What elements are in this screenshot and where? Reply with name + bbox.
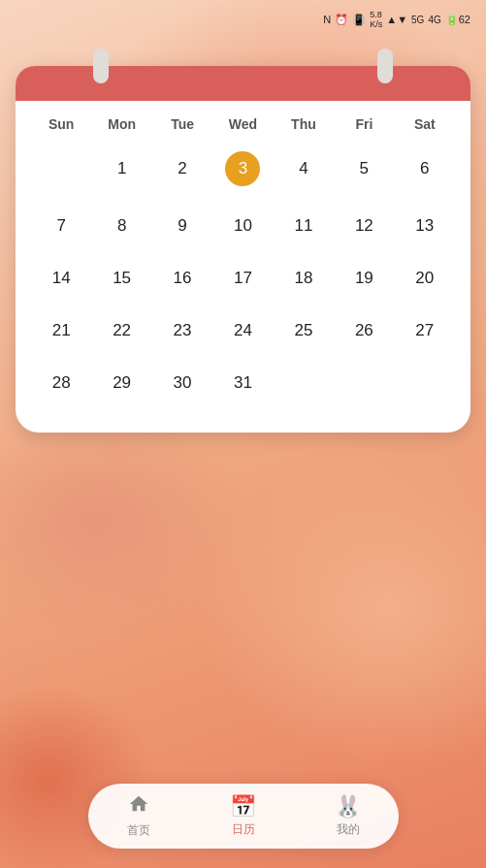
day-cell[interactable]: 17 — [212, 253, 273, 304]
day-cell[interactable]: 13 — [395, 201, 455, 251]
rabbit-icon: 🐰 — [335, 794, 361, 818]
calendar-icon: 📅 — [230, 794, 256, 818]
nav-item-home[interactable]: 首页 — [110, 793, 168, 839]
day-cell[interactable]: 8 — [91, 201, 151, 251]
day-cell[interactable]: 19 — [334, 253, 394, 304]
home-icon — [127, 793, 150, 819]
nav-label-calendar: 日历 — [232, 821, 255, 838]
day-cell[interactable]: 15 — [91, 253, 151, 304]
day-cell[interactable]: 16 — [152, 253, 212, 304]
nav-label-profile: 我的 — [337, 821, 360, 838]
day-cell[interactable]: 29 — [91, 358, 151, 413]
nav-label-home: 首页 — [127, 822, 150, 839]
prev-month-button[interactable] — [35, 80, 50, 87]
vibrate-icon: 📳 — [352, 14, 366, 26]
signal-5g-icon: 5G — [411, 15, 424, 25]
day-cell[interactable]: 5 — [334, 144, 394, 199]
day-cell[interactable]: 18 — [274, 253, 334, 304]
alarm-icon: ⏰ — [335, 14, 348, 26]
day-header-fri: Fri — [334, 111, 394, 138]
signal-4g-icon: 4G — [428, 15, 440, 25]
calendar-grid: SunMonTueWedThuFriSat 123456789101112131… — [16, 101, 470, 433]
day-cell[interactable]: 7 — [31, 201, 91, 251]
day-cell[interactable]: 21 — [31, 305, 91, 356]
day-cell[interactable]: 3 — [212, 144, 273, 199]
day-cell[interactable]: 30 — [152, 358, 212, 413]
month-header — [16, 66, 470, 101]
day-cell[interactable]: 31 — [212, 358, 273, 413]
day-cell[interactable]: 11 — [274, 201, 334, 251]
nfc-icon: N — [323, 14, 331, 25]
status-icons: N ⏰ 📳 5.8K/s ▲▼ 5G 4G 🔋62 — [323, 10, 470, 29]
day-header-mon: Mon — [91, 111, 151, 138]
day-cell[interactable]: 10 — [212, 201, 273, 251]
day-cell[interactable]: 9 — [152, 201, 212, 251]
day-cell — [274, 358, 334, 413]
day-cell[interactable]: 6 — [395, 144, 455, 199]
day-cell[interactable]: 24 — [212, 305, 273, 356]
day-cell[interactable]: 26 — [334, 305, 394, 356]
calendar-days: 1234567891011121314151617181920212223242… — [31, 144, 455, 413]
day-cell[interactable]: 28 — [31, 358, 91, 413]
wifi-icon: ▲▼ — [386, 14, 407, 25]
bottom-nav: 首页📅日历🐰我的 — [88, 784, 399, 849]
battery-icon: 🔋62 — [445, 14, 470, 26]
nav-item-profile[interactable]: 🐰我的 — [319, 794, 377, 838]
day-cell — [334, 358, 394, 413]
day-cell[interactable]: 23 — [152, 305, 212, 356]
day-cell[interactable]: 2 — [152, 144, 212, 199]
day-header-tue: Tue — [152, 111, 212, 138]
day-header-sat: Sat — [395, 111, 455, 138]
day-header-thu: Thu — [274, 111, 334, 138]
nav-item-calendar[interactable]: 📅日历 — [214, 794, 273, 838]
day-cell[interactable]: 12 — [334, 201, 394, 251]
speed-indicator: 5.8K/s — [370, 10, 382, 29]
day-header-sun: Sun — [31, 111, 91, 138]
day-cell[interactable]: 4 — [274, 144, 334, 199]
day-cell[interactable]: 22 — [91, 305, 151, 356]
day-cell[interactable]: 1 — [91, 144, 151, 199]
day-header-wed: Wed — [212, 111, 273, 138]
next-month-button[interactable] — [436, 80, 451, 87]
day-cell[interactable]: 14 — [31, 253, 91, 304]
day-cell[interactable]: 20 — [395, 253, 455, 304]
day-cell — [31, 144, 91, 199]
status-bar: N ⏰ 📳 5.8K/s ▲▼ 5G 4G 🔋62 — [0, 0, 486, 35]
day-headers: SunMonTueWedThuFriSat — [31, 111, 455, 138]
day-cell[interactable]: 27 — [395, 305, 455, 356]
day-cell — [395, 358, 455, 413]
day-cell[interactable]: 25 — [274, 305, 334, 356]
calendar-card: SunMonTueWedThuFriSat 123456789101112131… — [16, 66, 470, 433]
date-header — [0, 35, 486, 66]
